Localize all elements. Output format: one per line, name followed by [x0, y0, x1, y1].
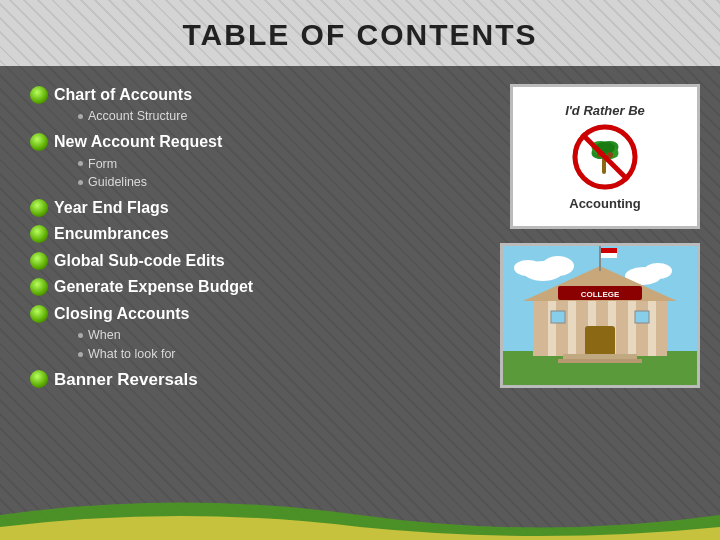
bullet-icon — [30, 86, 48, 104]
toc-label-banner-reversals: Banner Reversals — [54, 368, 198, 392]
images-column: I'd Rather Be — [480, 84, 700, 392]
bottom-decoration — [0, 485, 720, 540]
slide: TABLE OF CONTENTS Chart of Accounts Acco… — [0, 0, 720, 540]
svg-point-12 — [514, 260, 542, 276]
toc-sub-item: What to look for — [78, 345, 189, 364]
sub-dot-icon — [78, 180, 83, 185]
svg-point-14 — [644, 263, 672, 279]
toc-sub-label: Account Structure — [88, 107, 187, 126]
bullet-icon — [30, 225, 48, 243]
toc-sub-item: Form — [78, 155, 222, 174]
svg-rect-18 — [548, 301, 556, 356]
toc-item-encumbrances: Encumbrances — [30, 223, 470, 245]
college-building-svg: COLLEGE — [503, 246, 697, 385]
toc-label-encumbrances: Encumbrances — [54, 223, 169, 245]
sub-dot-icon — [78, 333, 83, 338]
bullet-icon — [30, 199, 48, 217]
image-accounting: I'd Rather Be — [510, 84, 700, 229]
svg-rect-33 — [558, 359, 642, 363]
svg-rect-27 — [599, 246, 601, 271]
svg-rect-32 — [563, 354, 637, 359]
image-college: COLLEGE — [500, 243, 700, 388]
toc-sub-label: Guidelines — [88, 173, 147, 192]
bullet-icon — [30, 305, 48, 323]
sub-dot-icon — [78, 352, 83, 357]
svg-rect-29 — [601, 253, 617, 258]
toc-label-new-account-request: New Account Request — [54, 133, 222, 150]
toc-sub-new-account-request: Form Guidelines — [78, 155, 222, 193]
toc-item-generate-expense-budget: Generate Expense Budget — [30, 276, 470, 298]
toc-label-generate-expense-budget: Generate Expense Budget — [54, 276, 253, 298]
image-accounting-top-label: I'd Rather Be — [565, 103, 645, 118]
sub-dot-icon — [78, 161, 83, 166]
slide-title: TABLE OF CONTENTS — [40, 18, 680, 52]
toc-sub-label: Form — [88, 155, 117, 174]
svg-point-11 — [542, 256, 574, 276]
toc-sub-label: When — [88, 326, 121, 345]
toc-item-new-account-request: New Account Request Form Guidelines — [30, 131, 470, 193]
toc-label-chart-of-accounts: Chart of Accounts — [54, 86, 192, 103]
svg-rect-26 — [635, 311, 649, 323]
toc-sub-chart-of-accounts: Account Structure — [78, 107, 192, 126]
toc-sub-item: When — [78, 326, 189, 345]
toc-label-closing-accounts: Closing Accounts — [54, 305, 189, 322]
toc-label-year-end-flags: Year End Flags — [54, 197, 169, 219]
bullet-icon — [30, 370, 48, 388]
bullet-icon — [30, 278, 48, 296]
title-bar: TABLE OF CONTENTS — [0, 0, 720, 66]
bullet-icon — [30, 133, 48, 151]
bullet-icon — [30, 252, 48, 270]
svg-rect-25 — [551, 311, 565, 323]
toc-sub-item: Guidelines — [78, 173, 222, 192]
image-accounting-bottom-label: Accounting — [569, 196, 641, 211]
toc-item-banner-reversals: Banner Reversals — [30, 368, 470, 392]
svg-rect-22 — [628, 301, 636, 356]
toc-sub-closing-accounts: When What to look for — [78, 326, 189, 364]
content-area: Chart of Accounts Account Structure New … — [0, 66, 720, 392]
toc-label-global-sub-code-edits: Global Sub-code Edits — [54, 250, 225, 272]
toc-sub-label: What to look for — [88, 345, 176, 364]
svg-rect-23 — [648, 301, 656, 356]
sub-dot-icon — [78, 114, 83, 119]
toc-sub-item: Account Structure — [78, 107, 192, 126]
toc-item-chart-of-accounts: Chart of Accounts Account Structure — [30, 84, 470, 127]
svg-rect-19 — [568, 301, 576, 356]
no-accounting-symbol — [570, 122, 640, 192]
toc-item-closing-accounts: Closing Accounts When What to look for — [30, 303, 470, 365]
svg-rect-24 — [585, 326, 615, 356]
toc-item-global-sub-code-edits: Global Sub-code Edits — [30, 250, 470, 272]
svg-text:COLLEGE: COLLEGE — [581, 290, 620, 299]
table-of-contents: Chart of Accounts Account Structure New … — [30, 84, 470, 392]
toc-item-year-end-flags: Year End Flags — [30, 197, 470, 219]
